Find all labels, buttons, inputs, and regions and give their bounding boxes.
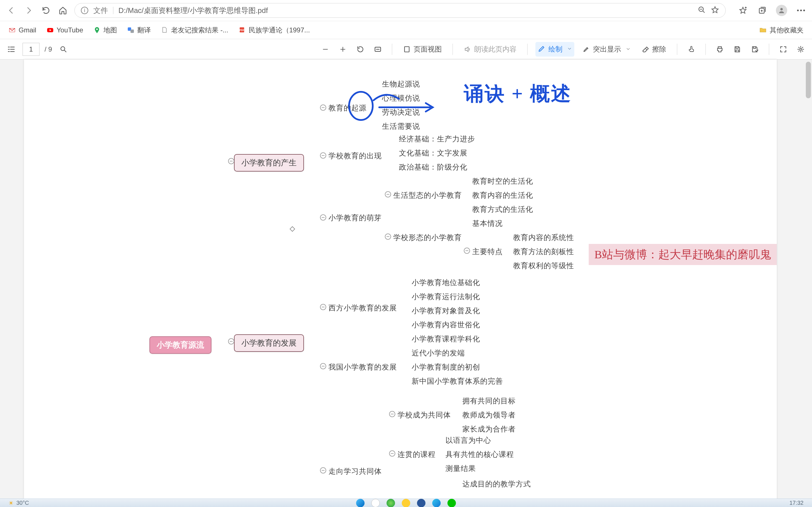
favorites-icon[interactable] [738, 5, 748, 16]
draw-button[interactable]: 绘制 [536, 42, 574, 57]
bookmarks-bar: Gmail YouTube 地图 翻译 老友记搜索结果 -... PDF 民族学… [0, 21, 812, 39]
search-circle-icon[interactable] [371, 499, 380, 507]
zoom-out-icon[interactable] [319, 43, 332, 55]
pen-icon [538, 45, 546, 54]
chevron-down-icon[interactable] [626, 45, 631, 53]
zoom-icon[interactable] [698, 6, 706, 15]
mindmap-node: 学校教育的出现 [328, 151, 382, 161]
bookmark-youtube[interactable]: YouTube [47, 26, 83, 34]
bookmark-label: 民族学通论（1997... [249, 25, 310, 35]
other-bookmarks-folder[interactable]: 其他收藏夹 [759, 25, 804, 35]
collapse-toggle[interactable] [464, 247, 470, 254]
site-info-icon[interactable]: i [81, 7, 88, 14]
bookmark-translate[interactable]: 翻译 [127, 25, 151, 35]
address-separator [113, 7, 113, 14]
page-view-button[interactable]: 页面视图 [400, 43, 445, 56]
more-icon[interactable] [796, 5, 806, 16]
mindmap-node: 劳动决定说 [382, 107, 420, 117]
bookmark-label: YouTube [57, 26, 83, 34]
page-view-icon [403, 45, 411, 53]
taskbar-clock[interactable]: 17:32 [790, 500, 804, 506]
collapse-toggle[interactable] [320, 105, 326, 111]
save-as-icon[interactable] [749, 43, 761, 55]
mindmap-node: 教育方式的生活化 [472, 205, 533, 214]
touch-mode-icon[interactable] [685, 43, 698, 55]
bookmark-maps[interactable]: 地图 [93, 25, 117, 35]
mindmap-node: 生物起源说 [382, 79, 420, 89]
windows-taskbar[interactable]: ☀ 30°C 17:32 [0, 499, 812, 507]
page-number-input[interactable] [22, 43, 40, 56]
collapse-toggle[interactable] [320, 214, 326, 221]
bookmark-minzuxue[interactable]: PDF 民族学通论（1997... [239, 25, 310, 35]
mindmap-node: 教育的起源 [328, 103, 366, 113]
collections-icon[interactable] [757, 5, 767, 16]
read-aloud-icon [463, 45, 471, 53]
settings-icon[interactable] [795, 43, 807, 55]
collapse-toggle[interactable] [385, 233, 391, 240]
address-path: D:/Mac/桌面资料整理/小学教育学思维导图.pdf [118, 6, 693, 15]
handwriting-text: 诵诀 + 概述 [464, 80, 572, 107]
collapse-toggle[interactable] [389, 411, 395, 417]
mindmap-node: 以语言为中心 [446, 436, 491, 445]
pdf-toolbar: / 9 页面视图 朗读此页内容 绘制 突出显示 擦除 [0, 39, 812, 59]
translate-icon [127, 26, 135, 34]
bookmark-gmail[interactable]: Gmail [8, 26, 36, 34]
mindmap-node: 教育时空的生活化 [472, 176, 533, 186]
forward-button [23, 5, 35, 16]
word-icon[interactable] [417, 499, 425, 507]
fit-page-icon[interactable] [371, 43, 384, 55]
home-button[interactable] [57, 5, 68, 16]
erase-button[interactable]: 擦除 [639, 43, 669, 56]
zoom-in-icon[interactable] [337, 43, 349, 55]
rotate-icon[interactable] [354, 43, 366, 55]
bookmark-laoyouji[interactable]: 老友记搜索结果 -... [161, 25, 229, 35]
mindmap-node: 小学教育的萌芽 [328, 213, 382, 223]
taskbar-weather[interactable]: ☀ 30°C [8, 500, 29, 506]
scrollbar-thumb[interactable] [806, 62, 811, 98]
explorer-icon[interactable] [402, 499, 410, 507]
collapse-toggle[interactable] [385, 191, 391, 198]
collapse-toggle[interactable] [320, 304, 326, 310]
toc-toggle-icon[interactable] [5, 43, 17, 55]
collapse-toggle[interactable] [389, 450, 395, 457]
svg-point-7 [96, 29, 98, 30]
svg-point-12 [61, 47, 64, 50]
highlight-icon [582, 45, 590, 53]
diamond-marker [290, 226, 295, 232]
taskbar-app-icon[interactable] [387, 499, 395, 507]
chevron-down-icon[interactable] [567, 46, 572, 52]
mindmap-branch-1: 小学教育的产生 [234, 154, 304, 172]
pdf-viewport[interactable]: 小学教育源流 小学教育的产生 小学教育的发展 教育的起源 生物起源说 心理模仿说… [0, 59, 812, 507]
read-aloud-button[interactable]: 朗读此页内容 [461, 43, 519, 56]
start-icon[interactable] [356, 499, 364, 507]
mindmap-node: 小学教育内容世俗化 [412, 320, 480, 330]
find-icon[interactable] [57, 43, 70, 55]
collapse-toggle[interactable] [228, 158, 234, 164]
bookmark-label: 老友记搜索结果 -... [171, 25, 229, 35]
mindmap-node: 西方小学教育的发展 [328, 303, 397, 313]
profile-avatar[interactable] [776, 5, 787, 16]
svg-rect-14 [405, 47, 409, 52]
wechat-icon[interactable] [448, 499, 456, 507]
taskbar-center-apps[interactable] [356, 499, 456, 507]
back-button[interactable] [6, 5, 17, 16]
mindmap-connectors [24, 59, 109, 102]
collapse-toggle[interactable] [228, 338, 234, 344]
print-icon[interactable] [714, 43, 726, 55]
collapse-toggle[interactable] [320, 467, 326, 473]
bookmark-label: 地图 [103, 25, 117, 35]
pdf-icon: PDF [239, 26, 246, 34]
edge-icon[interactable] [432, 499, 441, 507]
collapse-toggle[interactable] [320, 363, 326, 369]
mindmap-node: 小学教育课程学科化 [412, 334, 480, 344]
save-icon[interactable] [731, 43, 744, 55]
refresh-button[interactable] [41, 5, 51, 16]
svg-point-2 [780, 8, 783, 10]
highlight-button[interactable]: 突出显示 [579, 43, 633, 56]
svg-text:PDF: PDF [239, 29, 245, 32]
collapse-toggle[interactable] [320, 152, 326, 159]
fullscreen-icon[interactable] [777, 43, 790, 55]
mindmap-branch-2: 小学教育的发展 [234, 334, 304, 352]
favorite-star-icon[interactable] [711, 6, 719, 15]
address-bar[interactable]: i 文件 D:/Mac/桌面资料整理/小学教育学思维导图.pdf [74, 3, 726, 18]
